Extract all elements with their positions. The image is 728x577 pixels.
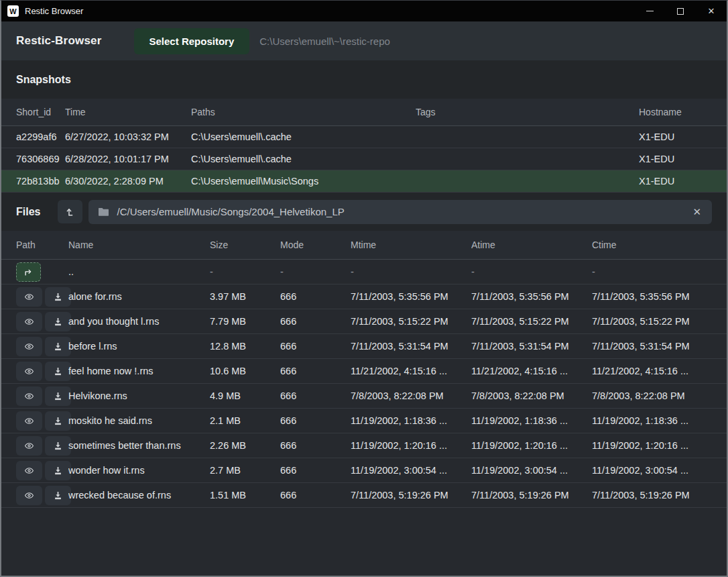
files-title: Files (16, 206, 40, 218)
file-atime: 7/11/2003, 5:19:26 PM (471, 490, 592, 501)
file-atime: - (471, 266, 592, 277)
preview-file-button[interactable] (16, 486, 42, 505)
file-actions (1, 337, 68, 356)
eye-icon (23, 293, 35, 301)
parent-dir-icon (23, 267, 34, 277)
select-repository-button[interactable]: Select Repository (134, 28, 250, 54)
preview-file-button[interactable] (16, 386, 42, 406)
file-name: wonder how it.rns (68, 465, 210, 476)
app-logo-icon: W (7, 5, 19, 17)
empty-area (1, 508, 727, 576)
repo-path-text: C:\Users\emuell\~\restic-repo (259, 36, 390, 47)
minimize-icon (646, 11, 654, 11)
download-file-button[interactable] (45, 337, 71, 356)
file-mode: 666 (280, 465, 351, 476)
file-row[interactable]: and you thought l.rns7.79 MB6667/11/2003… (1, 309, 727, 334)
download-file-button[interactable] (45, 362, 71, 381)
file-mtime: 11/19/2002, 1:20:16 ... (351, 440, 471, 451)
file-name: feel home now !.rns (68, 366, 210, 376)
file-actions (1, 312, 68, 331)
download-file-button[interactable] (45, 411, 71, 431)
file-actions (1, 411, 68, 431)
file-name: Helvikone.rns (68, 390, 210, 401)
preview-file-button[interactable] (16, 436, 42, 456)
file-actions (1, 436, 68, 456)
file-size: 2.7 MB (210, 465, 280, 476)
snapshot-time: 6/30/2022, 2:28:09 PM (65, 176, 191, 187)
eye-icon (23, 367, 35, 376)
download-file-button[interactable] (45, 486, 71, 505)
parent-directory-row[interactable]: ..----- (1, 260, 727, 284)
snapshot-hostname: X1-EDU (639, 176, 727, 187)
file-row[interactable]: sometimes better than.rns2.26 MB66611/19… (1, 433, 727, 458)
column-tags: Tags (416, 107, 639, 117)
file-atime: 7/8/2003, 8:22:08 PM (471, 390, 592, 401)
current-path-input[interactable]: /C/Users/emuell/Music/Songs/2004_Helveti… (88, 200, 712, 224)
file-atime: 11/19/2002, 1:18:36 ... (471, 415, 592, 426)
snapshot-short-id: a2299af6 (1, 132, 65, 142)
file-mtime: - (351, 266, 471, 277)
file-size: 3.97 MB (210, 291, 280, 302)
file-name: before l.rns (68, 341, 210, 352)
snapshot-paths: C:\Users\emuell\.cache (191, 154, 416, 164)
file-mtime: 7/11/2003, 5:19:26 PM (351, 490, 471, 501)
file-name: and you thought l.rns (68, 316, 210, 327)
maximize-button[interactable] (665, 1, 696, 21)
file-mode: 666 (280, 341, 351, 352)
file-name: .. (68, 266, 210, 277)
preview-file-button[interactable] (16, 461, 42, 480)
preview-file-button[interactable] (16, 362, 42, 381)
file-size: 4.9 MB (210, 390, 280, 401)
file-atime: 7/11/2003, 5:35:56 PM (471, 291, 592, 302)
download-file-button[interactable] (45, 461, 71, 480)
column-mode: Mode (280, 240, 351, 250)
download-file-button[interactable] (45, 386, 71, 406)
snapshot-row[interactable]: 763068696/28/2022, 10:01:17 PMC:\Users\e… (1, 148, 727, 170)
file-actions (1, 287, 68, 307)
preview-file-button[interactable] (16, 337, 42, 356)
clear-path-button[interactable]: ✕ (691, 206, 703, 218)
download-file-button[interactable] (45, 287, 71, 307)
file-ctime: 11/19/2002, 1:18:36 ... (592, 415, 727, 426)
download-icon (53, 490, 63, 501)
files-table-body: ..-----alone for.rns3.97 MB6667/11/2003,… (1, 260, 727, 508)
column-mtime: Mtime (351, 240, 471, 250)
preview-file-button[interactable] (16, 287, 42, 307)
file-mode: 666 (280, 390, 351, 401)
go-parent-directory-button[interactable] (16, 262, 41, 282)
eye-icon (23, 441, 35, 450)
file-row[interactable]: Helvikone.rns4.9 MB6667/8/2003, 8:22:08 … (1, 384, 727, 409)
file-atime: 7/11/2003, 5:31:54 PM (471, 341, 592, 352)
file-actions (1, 486, 68, 505)
close-button[interactable]: ✕ (696, 1, 727, 21)
snapshots-table-header: Short_id Time Paths Tags Hostname (1, 99, 727, 126)
file-row[interactable]: before l.rns12.8 MB6667/11/2003, 5:31:54… (1, 334, 727, 359)
titlebar: W Restic Browser ✕ (1, 1, 727, 21)
file-mtime: 7/11/2003, 5:31:54 PM (351, 341, 471, 352)
snapshot-row[interactable]: a2299af66/27/2022, 10:03:32 PMC:\Users\e… (1, 126, 727, 148)
file-ctime: 7/11/2003, 5:35:56 PM (592, 291, 727, 302)
file-row[interactable]: moskito he said.rns2.1 MB66611/19/2002, … (1, 409, 727, 433)
file-atime: 11/19/2002, 1:20:16 ... (471, 440, 592, 451)
column-hostname: Hostname (639, 107, 727, 117)
file-mode: - (280, 266, 351, 277)
preview-file-button[interactable] (16, 312, 42, 331)
snapshot-hostname: X1-EDU (639, 132, 727, 142)
snapshot-row[interactable]: 72b813bb6/30/2022, 2:28:09 PMC:\Users\em… (1, 170, 727, 193)
preview-file-button[interactable] (16, 411, 42, 431)
file-row[interactable]: wonder how it.rns2.7 MB66611/19/2002, 3:… (1, 458, 727, 483)
minimize-button[interactable] (634, 1, 665, 21)
file-actions (1, 262, 68, 282)
file-mtime: 7/11/2003, 5:35:56 PM (351, 291, 471, 302)
download-file-button[interactable] (45, 436, 71, 456)
eye-icon (23, 466, 35, 475)
file-size: 10.6 MB (210, 366, 280, 376)
file-size: 1.51 MB (210, 490, 280, 501)
window-controls: ✕ (634, 1, 727, 21)
file-size: - (210, 266, 280, 277)
download-file-button[interactable] (45, 312, 71, 331)
dump-snapshot-button[interactable] (58, 200, 82, 223)
file-row[interactable]: wrecked because of.rns1.51 MB6667/11/200… (1, 483, 727, 508)
file-row[interactable]: feel home now !.rns10.6 MB66611/21/2002,… (1, 359, 727, 384)
file-row[interactable]: alone for.rns3.97 MB6667/11/2003, 5:35:5… (1, 284, 727, 309)
